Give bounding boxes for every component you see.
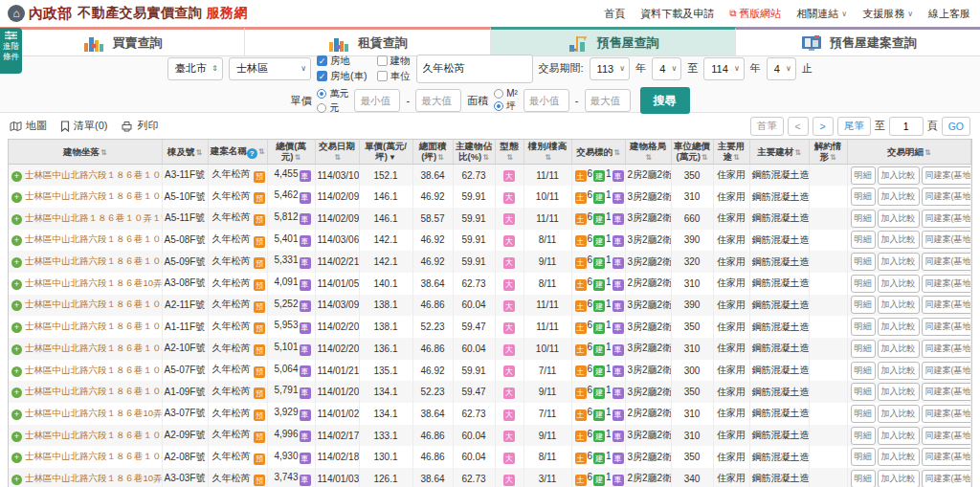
sort-icon[interactable]: ▼ (389, 153, 396, 162)
same-project-button[interactable]: 同建案(基地) (922, 405, 971, 423)
nav-support[interactable]: 支援服務∨ (862, 7, 913, 21)
last-page-button[interactable]: 尾筆 (837, 117, 871, 136)
detail-button[interactable]: 明細 (851, 296, 876, 314)
add-to-list-icon[interactable]: + (11, 257, 22, 268)
add-to-list-icon[interactable]: + (11, 192, 22, 203)
column-header[interactable]: 樓別/樓高⇅ (523, 140, 571, 165)
add-to-list-icon[interactable]: + (11, 453, 22, 463)
project-name[interactable]: 久年松芮 (212, 190, 251, 201)
city-select[interactable]: 臺北市⇕ (167, 57, 223, 80)
add-compare-button[interactable]: 加入比較 (878, 405, 920, 423)
address-link[interactable]: 士林區中山北路六段１８６巷１０弄１號 (25, 451, 162, 461)
address-link[interactable]: 士林區中山北路六段１８６巷１０弄１號 (25, 255, 162, 266)
same-project-button[interactable]: 同建案(基地) (922, 166, 971, 185)
sort-icon[interactable]: ⇅ (733, 153, 740, 162)
price-max-input[interactable] (415, 89, 461, 112)
project-name[interactable]: 久年松芮 (212, 255, 251, 266)
column-header[interactable]: 總價(萬元)⇅ (267, 140, 315, 165)
add-to-list-icon[interactable]: + (11, 387, 22, 398)
sort-icon[interactable]: ⇅ (506, 153, 513, 162)
add-compare-button[interactable]: 加入比較 (878, 383, 920, 401)
tab-presale-query[interactable]: 預售屋查詢 (491, 27, 736, 55)
address-link[interactable]: 士林區中山北路六段１８６巷１０弄１號 (25, 386, 162, 396)
tab-presale-project-query[interactable]: 預售屋建案查詢 (736, 27, 980, 55)
nav-home[interactable]: 首頁 (604, 7, 625, 21)
add-compare-button[interactable]: 加入比較 (878, 296, 920, 314)
same-project-button[interactable]: 同建案(基地) (922, 340, 971, 358)
print-button[interactable]: 列印 (121, 119, 158, 133)
detail-button[interactable]: 明細 (851, 448, 876, 466)
address-link[interactable]: 士林區中山北路六段１８６巷１０弄１號 (25, 430, 162, 440)
detail-button[interactable]: 明細 (851, 210, 876, 228)
add-to-list-icon[interactable]: + (11, 366, 22, 377)
tab-sale-query[interactable]: 買賣查詢 (0, 27, 245, 55)
tab-rent-query[interactable]: 租賃查詢 (245, 27, 490, 55)
saved-list-button[interactable]: 清單(0) (60, 119, 107, 133)
add-to-list-icon[interactable]: + (11, 300, 22, 311)
add-to-list-icon[interactable]: + (11, 235, 22, 246)
add-to-list-icon[interactable]: + (11, 475, 22, 485)
add-compare-button[interactable]: 加入比較 (878, 188, 920, 206)
sort-icon[interactable]: ⇅ (482, 153, 489, 162)
detail-button[interactable]: 明細 (851, 188, 876, 206)
project-name[interactable]: 久年松芮 (212, 168, 251, 179)
checkbox-house-land-parking[interactable]: ✓房地(車) (317, 70, 368, 83)
add-compare-button[interactable]: 加入比較 (878, 253, 920, 271)
sort-icon[interactable]: ⇅ (258, 147, 265, 156)
detail-button[interactable]: 明細 (851, 470, 876, 487)
column-header[interactable]: 交易標的⇅ (571, 140, 625, 165)
project-name[interactable]: 久年松芮 (212, 343, 251, 353)
add-compare-button[interactable]: 加入比較 (878, 448, 920, 466)
address-link[interactable]: 士林區中山北路六段１８６巷１０弄１號 (25, 190, 162, 201)
add-compare-button[interactable]: 加入比較 (878, 340, 920, 358)
column-header[interactable]: 交易日期⇅ (315, 140, 359, 165)
project-name[interactable]: 久年松芮 (212, 364, 251, 374)
first-page-button[interactable]: 首筆 (750, 117, 784, 136)
area-max-input[interactable] (585, 89, 631, 112)
project-name[interactable]: 久年松芮 (212, 233, 251, 244)
project-name[interactable]: 久年松芮 (212, 386, 251, 396)
add-to-list-icon[interactable]: + (11, 214, 22, 225)
checkbox-building[interactable]: 建物 (377, 55, 411, 68)
checkbox-house-land[interactable]: ✓房地 (317, 55, 368, 68)
column-header[interactable]: 主要用途⇅ (713, 140, 749, 165)
search-button[interactable]: 搜尋 (640, 87, 690, 114)
address-link[interactable]: 士林區中山北路１８６巷１０弄１號 (25, 212, 162, 223)
detail-button[interactable]: 明細 (851, 231, 876, 249)
sort-icon[interactable]: ⇅ (100, 148, 107, 157)
sort-icon[interactable]: ⇅ (645, 153, 652, 162)
detail-button[interactable]: 明細 (851, 253, 876, 271)
same-project-button[interactable]: 同建案(基地) (922, 448, 971, 466)
add-compare-button[interactable]: 加入比較 (878, 427, 920, 445)
advanced-filter-button[interactable]: 進階 條件 (0, 28, 22, 74)
sort-icon[interactable]: ⇅ (924, 148, 931, 157)
sort-icon[interactable]: ⇅ (545, 153, 551, 162)
add-compare-button[interactable]: 加入比較 (878, 275, 920, 293)
page-number-input[interactable] (889, 117, 924, 136)
radio-wan-yuan[interactable]: 萬元 (317, 87, 348, 100)
add-compare-button[interactable]: 加入比較 (878, 210, 920, 228)
address-link[interactable]: 士林區中山北路六段１８６巷10弄1號 (25, 473, 162, 483)
nav-old-site[interactable]: ⧉舊版網站 (729, 7, 781, 21)
address-link[interactable]: 士林區中山北路六段１８６巷１０弄１號 (25, 365, 162, 375)
same-project-button[interactable]: 同建案(基地) (922, 253, 971, 271)
detail-button[interactable]: 明細 (851, 383, 876, 401)
column-header[interactable]: 主建物佔比(%)⇅ (453, 140, 495, 165)
go-button[interactable]: GO (942, 117, 970, 136)
year-to-select[interactable]: 114∨ (703, 57, 745, 80)
column-header[interactable]: 車位總價(萬元)⇅ (671, 140, 713, 165)
project-name[interactable]: 久年松芮 (212, 451, 251, 461)
sort-icon[interactable]: ⇅ (830, 153, 836, 162)
same-project-button[interactable]: 同建案(基地) (922, 318, 971, 336)
year-from-select[interactable]: 113∨ (590, 57, 631, 80)
column-header[interactable]: 建案名稱?⇅ (208, 140, 267, 165)
same-project-button[interactable]: 同建案(基地) (922, 188, 971, 206)
district-select[interactable]: 士林區∨ (229, 57, 311, 80)
project-name[interactable]: 久年松芮 (212, 321, 251, 331)
add-to-list-icon[interactable]: + (11, 279, 22, 290)
nav-related-links[interactable]: 相關連結∨ (796, 7, 847, 21)
same-project-button[interactable]: 同建案(基地) (922, 296, 971, 314)
add-compare-button[interactable]: 加入比較 (878, 362, 920, 380)
sort-icon[interactable]: ⇅ (334, 153, 341, 162)
column-header[interactable]: 交易明細⇅ (847, 140, 971, 165)
